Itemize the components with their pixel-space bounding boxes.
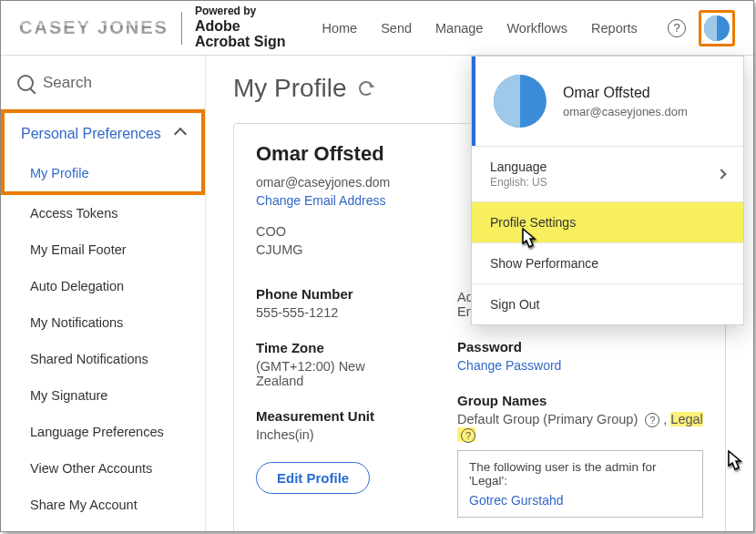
dropdown-sign-out[interactable]: Sign Out [472, 283, 743, 324]
powered-by-block: Powered by Adobe Acrobat Sign [195, 5, 286, 49]
sidebar-search[interactable]: Search [1, 68, 205, 109]
chevron-right-icon [716, 169, 726, 179]
measurement-label: Measurement Unit [256, 408, 393, 424]
user-menu-dropdown: Omar Offsted omar@caseyjones.dom Languag… [471, 56, 744, 325]
phone-value: 555-555-1212 [256, 305, 393, 320]
tooltip-text: The following user is the admin for 'Leg… [469, 460, 657, 488]
brand-logo: CASEY JONES [19, 17, 169, 38]
info-icon[interactable]: ? [461, 428, 475, 443]
sidebar-item-view-other-accounts[interactable]: View Other Accounts [1, 450, 205, 487]
group-names-value: Default Group (Primary Group) ? , Legal … [457, 412, 703, 443]
nav-send[interactable]: Send [381, 21, 412, 36]
sidebar-item-auto-delegation[interactable]: Auto Delegation [1, 268, 205, 304]
edit-profile-button[interactable]: Edit Profile [256, 462, 370, 494]
group-names-label: Group Names [457, 393, 703, 408]
dropdown-show-performance-label: Show Performance [490, 256, 598, 271]
divider [181, 12, 182, 45]
dropdown-sign-out-label: Sign Out [490, 297, 539, 312]
sidebar-item-my-signature[interactable]: My Signature [1, 377, 205, 414]
sidebar-item-language-preferences[interactable]: Language Preferences [1, 414, 205, 450]
nav-home[interactable]: Home [322, 21, 357, 36]
dropdown-language-label: Language [490, 159, 547, 174]
brand-name-2: Acrobat Sign [195, 34, 286, 50]
dropdown-profile-settings-label: Profile Settings [490, 215, 576, 230]
group-separator: , [663, 412, 667, 426]
chevron-up-icon [174, 128, 187, 140]
profile-col-left: Phone Number 555-555-1212 Time Zone (GMT… [256, 266, 393, 518]
dropdown-header: Omar Offsted omar@caseyjones.dom [472, 56, 743, 146]
dropdown-language[interactable]: Language English: US [472, 146, 743, 201]
sidebar-item-my-profile[interactable]: My Profile [1, 151, 205, 195]
top-nav: Home Send Manage Workflows Reports [322, 21, 637, 36]
sidebar-item-shared-notifications[interactable]: Shared Notifications [1, 341, 205, 377]
phone-label: Phone Number [256, 286, 393, 302]
brand-name-1: Adobe [195, 18, 286, 35]
search-placeholder: Search [43, 74, 92, 92]
password-label: Password [457, 339, 703, 354]
change-password-link[interactable]: Change Password [457, 358, 703, 373]
sidebar: Search Personal Preferences My Profile A… [1, 56, 206, 531]
sidebar-item-share-my-account[interactable]: Share My Account [1, 487, 205, 523]
refresh-icon[interactable] [359, 81, 373, 96]
nav-reports[interactable]: Reports [591, 21, 638, 36]
sidebar-item-email-footer[interactable]: My Email Footer [1, 231, 205, 268]
user-avatar-icon[interactable] [704, 15, 730, 41]
sidebar-item-access-tokens[interactable]: Access Tokens [1, 195, 205, 231]
dropdown-show-performance[interactable]: Show Performance [472, 242, 743, 283]
nav-manage[interactable]: Manage [435, 21, 483, 36]
dropdown-user-name: Omar Offsted [563, 85, 688, 101]
dropdown-user-email: omar@caseyjones.dom [563, 105, 688, 118]
page-title: My Profile [233, 74, 346, 103]
dropdown-profile-settings[interactable]: Profile Settings [472, 201, 743, 242]
info-icon[interactable]: ? [645, 413, 659, 427]
timezone-label: Time Zone [256, 340, 393, 355]
timezone-value: (GMT+12:00) New Zealand [256, 359, 393, 388]
group-legal-label: Legal [670, 412, 702, 426]
search-icon [17, 75, 34, 91]
nav-workflows[interactable]: Workflows [506, 21, 567, 36]
sidebar-item-my-notifications[interactable]: My Notifications [1, 304, 205, 341]
measurement-value: Inches(in) [256, 427, 393, 442]
sidebar-group-personal-preferences[interactable]: Personal Preferences [1, 109, 205, 155]
tooltip-admin-link[interactable]: Gotrec Gurstahd [469, 493, 691, 508]
header-right: ? [668, 10, 735, 46]
group-primary: Default Group (Primary Group) [457, 412, 638, 426]
group-admin-tooltip: The following user is the admin for 'Leg… [457, 450, 703, 518]
sidebar-group-label: Personal Preferences [21, 126, 161, 142]
avatar-highlight [699, 10, 735, 46]
dropdown-language-value: English: US [490, 176, 547, 189]
app-header: CASEY JONES Powered by Adobe Acrobat Sig… [1, 1, 753, 56]
user-avatar-large-icon [494, 75, 547, 128]
powered-by-label: Powered by [195, 5, 286, 17]
help-icon[interactable]: ? [668, 19, 686, 37]
